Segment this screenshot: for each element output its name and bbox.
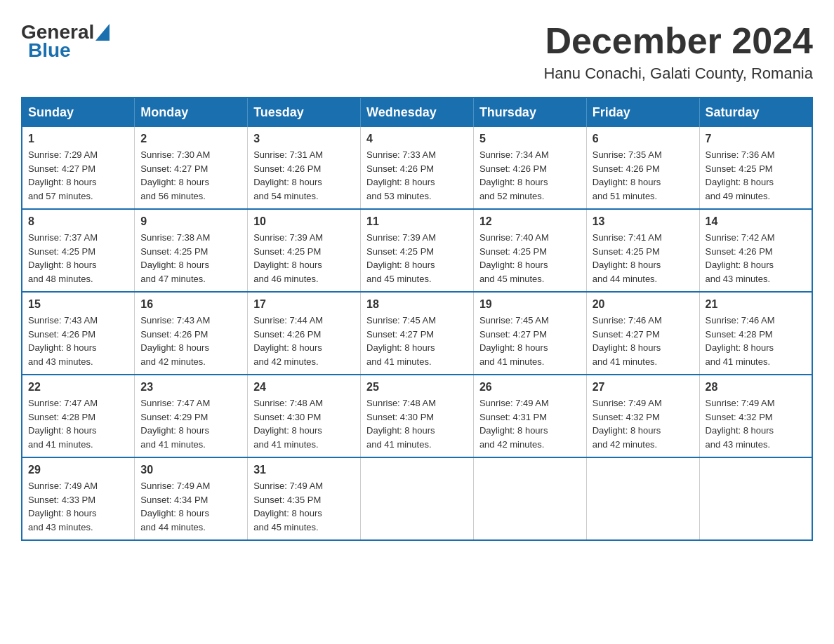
day-info: Sunrise: 7:46 AM Sunset: 4:28 PM Dayligh… xyxy=(706,314,806,368)
day-info: Sunrise: 7:42 AM Sunset: 4:26 PM Dayligh… xyxy=(706,231,806,286)
weekday-header-tuesday: Tuesday xyxy=(248,98,361,127)
calendar-cell: 10 Sunrise: 7:39 AM Sunset: 4:25 PM Dayl… xyxy=(248,209,361,292)
day-number: 18 xyxy=(366,298,468,311)
weekday-header-thursday: Thursday xyxy=(473,98,586,127)
calendar-week-row: 8 Sunrise: 7:37 AM Sunset: 4:25 PM Dayli… xyxy=(22,209,812,292)
day-number: 11 xyxy=(366,215,468,228)
day-number: 24 xyxy=(253,381,355,394)
day-number: 26 xyxy=(479,381,581,394)
calendar-cell: 22 Sunrise: 7:47 AM Sunset: 4:28 PM Dayl… xyxy=(22,375,135,457)
day-info: Sunrise: 7:40 AM Sunset: 4:25 PM Dayligh… xyxy=(479,231,581,286)
calendar-cell: 27 Sunrise: 7:49 AM Sunset: 4:32 PM Dayl… xyxy=(586,375,699,457)
logo-triangle-icon xyxy=(95,24,110,41)
day-info: Sunrise: 7:39 AM Sunset: 4:25 PM Dayligh… xyxy=(253,231,355,286)
title-section: December 2024 Hanu Conachi, Galati Count… xyxy=(543,21,813,83)
calendar-table: SundayMondayTuesdayWednesdayThursdayFrid… xyxy=(21,97,813,541)
weekday-header-saturday: Saturday xyxy=(699,98,812,127)
calendar-cell: 1 Sunrise: 7:29 AM Sunset: 4:27 PM Dayli… xyxy=(22,127,135,209)
logo: General Blue xyxy=(21,21,110,62)
day-info: Sunrise: 7:43 AM Sunset: 4:26 PM Dayligh… xyxy=(28,314,128,368)
day-number: 21 xyxy=(706,298,806,311)
calendar-week-row: 22 Sunrise: 7:47 AM Sunset: 4:28 PM Dayl… xyxy=(22,375,812,457)
weekday-header-monday: Monday xyxy=(135,98,248,127)
calendar-cell: 25 Sunrise: 7:48 AM Sunset: 4:30 PM Dayl… xyxy=(361,375,474,457)
calendar-cell: 29 Sunrise: 7:49 AM Sunset: 4:33 PM Dayl… xyxy=(22,457,135,540)
day-number: 19 xyxy=(479,298,581,311)
day-number: 9 xyxy=(140,215,241,228)
calendar-cell: 8 Sunrise: 7:37 AM Sunset: 4:25 PM Dayli… xyxy=(22,209,135,292)
calendar-cell: 17 Sunrise: 7:44 AM Sunset: 4:26 PM Dayl… xyxy=(248,292,361,375)
calendar-cell: 4 Sunrise: 7:33 AM Sunset: 4:26 PM Dayli… xyxy=(361,127,474,209)
calendar-week-row: 29 Sunrise: 7:49 AM Sunset: 4:33 PM Dayl… xyxy=(22,457,812,540)
calendar-cell xyxy=(586,457,699,540)
calendar-cell xyxy=(473,457,586,540)
day-number: 4 xyxy=(366,133,468,145)
day-info: Sunrise: 7:38 AM Sunset: 4:25 PM Dayligh… xyxy=(140,231,241,286)
day-info: Sunrise: 7:48 AM Sunset: 4:30 PM Dayligh… xyxy=(366,396,468,451)
day-number: 30 xyxy=(140,464,241,476)
day-info: Sunrise: 7:49 AM Sunset: 4:32 PM Dayligh… xyxy=(593,396,694,451)
weekday-header-friday: Friday xyxy=(586,98,699,127)
day-number: 15 xyxy=(28,298,128,311)
logo-blue-text: Blue xyxy=(28,39,71,62)
day-info: Sunrise: 7:49 AM Sunset: 4:34 PM Dayligh… xyxy=(140,479,241,534)
page-header: General Blue December 2024 Hanu Conachi,… xyxy=(21,21,813,83)
day-info: Sunrise: 7:45 AM Sunset: 4:27 PM Dayligh… xyxy=(366,314,468,368)
day-info: Sunrise: 7:45 AM Sunset: 4:27 PM Dayligh… xyxy=(479,314,581,368)
day-number: 5 xyxy=(479,133,581,145)
day-info: Sunrise: 7:49 AM Sunset: 4:35 PM Dayligh… xyxy=(253,479,355,534)
calendar-cell: 18 Sunrise: 7:45 AM Sunset: 4:27 PM Dayl… xyxy=(361,292,474,375)
calendar-week-row: 15 Sunrise: 7:43 AM Sunset: 4:26 PM Dayl… xyxy=(22,292,812,375)
day-info: Sunrise: 7:47 AM Sunset: 4:28 PM Dayligh… xyxy=(28,396,128,451)
calendar-cell: 16 Sunrise: 7:43 AM Sunset: 4:26 PM Dayl… xyxy=(135,292,248,375)
day-info: Sunrise: 7:49 AM Sunset: 4:32 PM Dayligh… xyxy=(706,396,806,451)
day-info: Sunrise: 7:49 AM Sunset: 4:33 PM Dayligh… xyxy=(28,479,128,534)
calendar-cell: 14 Sunrise: 7:42 AM Sunset: 4:26 PM Dayl… xyxy=(699,209,812,292)
day-number: 12 xyxy=(479,215,581,228)
day-info: Sunrise: 7:30 AM Sunset: 4:27 PM Dayligh… xyxy=(140,148,241,203)
weekday-header-wednesday: Wednesday xyxy=(361,98,474,127)
day-number: 25 xyxy=(366,381,468,394)
day-info: Sunrise: 7:36 AM Sunset: 4:25 PM Dayligh… xyxy=(706,148,806,203)
calendar-cell: 28 Sunrise: 7:49 AM Sunset: 4:32 PM Dayl… xyxy=(699,375,812,457)
calendar-week-row: 1 Sunrise: 7:29 AM Sunset: 4:27 PM Dayli… xyxy=(22,127,812,209)
day-info: Sunrise: 7:43 AM Sunset: 4:26 PM Dayligh… xyxy=(140,314,241,368)
day-info: Sunrise: 7:39 AM Sunset: 4:25 PM Dayligh… xyxy=(366,231,468,286)
calendar-cell: 6 Sunrise: 7:35 AM Sunset: 4:26 PM Dayli… xyxy=(586,127,699,209)
day-info: Sunrise: 7:35 AM Sunset: 4:26 PM Dayligh… xyxy=(593,148,694,203)
calendar-cell: 7 Sunrise: 7:36 AM Sunset: 4:25 PM Dayli… xyxy=(699,127,812,209)
day-info: Sunrise: 7:31 AM Sunset: 4:26 PM Dayligh… xyxy=(253,148,355,203)
calendar-cell: 31 Sunrise: 7:49 AM Sunset: 4:35 PM Dayl… xyxy=(248,457,361,540)
calendar-cell: 13 Sunrise: 7:41 AM Sunset: 4:25 PM Dayl… xyxy=(586,209,699,292)
month-year-title: December 2024 xyxy=(543,21,813,61)
day-info: Sunrise: 7:44 AM Sunset: 4:26 PM Dayligh… xyxy=(253,314,355,368)
calendar-cell: 24 Sunrise: 7:48 AM Sunset: 4:30 PM Dayl… xyxy=(248,375,361,457)
day-info: Sunrise: 7:37 AM Sunset: 4:25 PM Dayligh… xyxy=(28,231,128,286)
calendar-cell xyxy=(699,457,812,540)
day-number: 22 xyxy=(28,381,128,394)
day-info: Sunrise: 7:34 AM Sunset: 4:26 PM Dayligh… xyxy=(479,148,581,203)
day-number: 16 xyxy=(140,298,241,311)
day-number: 23 xyxy=(140,381,241,394)
calendar-cell: 3 Sunrise: 7:31 AM Sunset: 4:26 PM Dayli… xyxy=(248,127,361,209)
day-number: 28 xyxy=(706,381,806,394)
day-number: 13 xyxy=(593,215,694,228)
calendar-cell: 11 Sunrise: 7:39 AM Sunset: 4:25 PM Dayl… xyxy=(361,209,474,292)
day-info: Sunrise: 7:48 AM Sunset: 4:30 PM Dayligh… xyxy=(253,396,355,451)
day-number: 17 xyxy=(253,298,355,311)
day-info: Sunrise: 7:41 AM Sunset: 4:25 PM Dayligh… xyxy=(593,231,694,286)
day-number: 27 xyxy=(593,381,694,394)
day-number: 10 xyxy=(253,215,355,228)
day-info: Sunrise: 7:47 AM Sunset: 4:29 PM Dayligh… xyxy=(140,396,241,451)
svg-marker-0 xyxy=(95,24,110,41)
day-number: 31 xyxy=(253,464,355,476)
weekday-header-sunday: Sunday xyxy=(22,98,135,127)
calendar-header-row: SundayMondayTuesdayWednesdayThursdayFrid… xyxy=(22,98,812,127)
calendar-cell: 20 Sunrise: 7:46 AM Sunset: 4:27 PM Dayl… xyxy=(586,292,699,375)
calendar-cell: 15 Sunrise: 7:43 AM Sunset: 4:26 PM Dayl… xyxy=(22,292,135,375)
location-subtitle: Hanu Conachi, Galati County, Romania xyxy=(543,65,813,83)
day-number: 7 xyxy=(706,133,806,145)
calendar-cell: 26 Sunrise: 7:49 AM Sunset: 4:31 PM Dayl… xyxy=(473,375,586,457)
day-number: 29 xyxy=(28,464,128,476)
calendar-cell: 21 Sunrise: 7:46 AM Sunset: 4:28 PM Dayl… xyxy=(699,292,812,375)
